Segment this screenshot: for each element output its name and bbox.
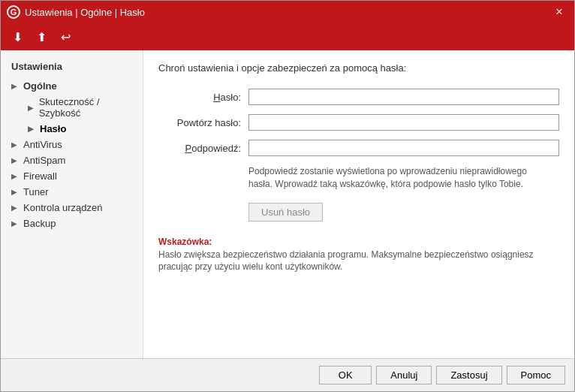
sidebar-item-haslo[interactable]: ▶ Hasło — [22, 121, 143, 137]
delete-button-row: Usuń hasło — [248, 203, 559, 222]
arrow-antispam: ▶ — [11, 156, 20, 164]
sidebar-sub-ogolne: ▶ Skuteczność / Szybkość ▶ Hasło — [1, 94, 143, 137]
arrow-backup: ▶ — [11, 219, 20, 228]
content-panel: Chroń ustawienia i opcje zabezpieczeń za… — [143, 50, 574, 358]
export-button[interactable]: ⬆ — [31, 26, 52, 47]
arrow-antivirus: ▶ — [11, 140, 20, 149]
close-button[interactable]: × — [550, 3, 568, 21]
sidebar-label-antivirus: AntiVirus — [23, 139, 62, 150]
main-content: Ustawienia ▶ Ogólne ▶ Skuteczność / Szyb… — [1, 50, 574, 358]
tip-label: Wskazówka: — [158, 237, 212, 247]
password-input[interactable] — [248, 89, 559, 105]
confirm-password-input[interactable] — [248, 114, 559, 131]
sidebar-label-haslo: Hasło — [40, 123, 66, 134]
delete-password-button[interactable]: Usuń hasło — [248, 203, 323, 222]
content-description: Chroń ustawienia i opcje zabezpieczeń za… — [158, 62, 559, 74]
sidebar-item-skutecznosc[interactable]: ▶ Skuteczność / Szybkość — [22, 94, 143, 121]
sidebar-item-antispam[interactable]: ▶ AntiSpam — [1, 152, 143, 168]
hint-input[interactable] — [248, 140, 559, 156]
password-label: Hasło: — [158, 92, 248, 103]
arrow-haslo: ▶ — [28, 125, 37, 133]
arrow-tuner: ▶ — [11, 188, 20, 196]
sidebar-item-backup[interactable]: ▶ Backup — [1, 216, 143, 231]
cancel-button[interactable]: Anuluj — [376, 366, 432, 384]
import-button[interactable]: ⬇ — [7, 26, 28, 47]
sidebar-label-kontrola: Kontrola urządzeń — [23, 202, 103, 213]
sidebar-item-ogolne[interactable]: ▶ Ogólne — [1, 78, 143, 94]
apply-button[interactable]: Zastosuj — [436, 366, 501, 384]
tip-section: Wskazówka: Hasło zwiększa bezpieczeństwo… — [158, 237, 559, 274]
hint-label: Podpowiedź: — [158, 143, 248, 154]
sidebar-label-ogolne: Ogólne — [23, 80, 57, 92]
sidebar-label-skutecznosc: Skuteczność / Szybkość — [39, 96, 132, 119]
expand-arrow-ogolne: ▶ — [11, 82, 20, 90]
arrow-firewall: ▶ — [11, 172, 20, 180]
hint-row: Podpowiedź: — [158, 140, 559, 156]
confirm-password-row: Powtórz hasło: — [158, 114, 559, 131]
sidebar-item-antivirus[interactable]: ▶ AntiVirus — [1, 137, 143, 152]
arrow-skutecznosc: ▶ — [28, 104, 36, 112]
confirm-password-label: Powtórz hasło: — [158, 117, 248, 128]
sidebar-label-antispam: AntiSpam — [23, 155, 65, 166]
settings-window: G Ustawienia | Ogólne | Hasło × ⬇ ⬆ ↩ Us… — [0, 0, 575, 392]
window-title: Ustawienia | Ogólne | Hasło — [25, 7, 550, 18]
app-logo: G — [7, 5, 20, 19]
sidebar-label-backup: Backup — [23, 218, 56, 229]
ok-button[interactable]: OK — [319, 366, 372, 384]
toolbar: ⬇ ⬆ ↩ — [1, 23, 574, 50]
sidebar-label-tuner: Tuner — [23, 186, 48, 198]
hint-description: Podpowiedź zostanie wyświetlona po wprow… — [248, 165, 534, 191]
sidebar-item-tuner[interactable]: ▶ Tuner — [1, 184, 143, 200]
refresh-button[interactable]: ↩ — [55, 26, 76, 47]
help-button[interactable]: Pomoc — [507, 366, 565, 384]
sidebar-item-firewall[interactable]: ▶ Firewall — [1, 168, 143, 184]
sidebar-label-firewall: Firewall — [23, 170, 57, 182]
sidebar-item-kontrola[interactable]: ▶ Kontrola urządzeń — [1, 200, 143, 216]
sidebar-title: Ustawienia — [1, 58, 143, 78]
sidebar: Ustawienia ▶ Ogólne ▶ Skuteczność / Szyb… — [1, 50, 143, 358]
arrow-kontrola: ▶ — [11, 204, 20, 212]
tip-text: Hasło zwiększa bezpieczeństwo działania … — [158, 249, 559, 274]
bottom-bar: OK Anuluj Zastosuj Pomoc — [1, 358, 574, 391]
password-row: Hasło: — [158, 89, 559, 105]
title-bar: G Ustawienia | Ogólne | Hasło × — [1, 1, 574, 23]
